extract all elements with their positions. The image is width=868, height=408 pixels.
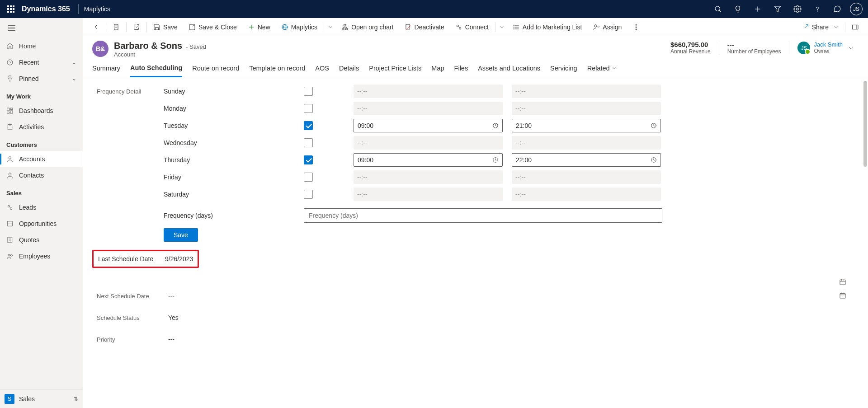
nav-recent[interactable]: Recent⌄ (0, 54, 83, 70)
day-checkbox-fri[interactable] (304, 173, 313, 182)
help-icon[interactable] (807, 0, 827, 18)
contact-icon (6, 172, 14, 179)
nav-employees[interactable]: Employees (0, 248, 83, 264)
connect-button[interactable]: Connect (450, 18, 494, 36)
cmd-label: Maplytics (291, 23, 317, 31)
share-button[interactable]: Share (797, 18, 844, 36)
nav-dashboards[interactable]: Dashboards (0, 103, 83, 119)
day-checkbox-mon[interactable] (304, 104, 313, 113)
start-time-tue[interactable]: 09:00 (354, 119, 503, 132)
nav-home[interactable]: Home (0, 38, 83, 54)
tab-route[interactable]: Route on record (192, 64, 239, 77)
maplytics-button[interactable]: Maplytics (276, 18, 323, 36)
add-to-marketing-button[interactable]: Add to Marketing List (507, 18, 588, 36)
day-checkbox-tue[interactable] (304, 121, 313, 130)
day-checkbox-sat[interactable] (304, 190, 313, 199)
svg-rect-19 (8, 221, 13, 226)
tab-servicing[interactable]: Servicing (550, 64, 577, 77)
calendar-icon[interactable] (839, 278, 846, 287)
dashboard-icon (6, 107, 14, 114)
add-icon[interactable] (748, 0, 768, 18)
end-time-mon: --:-- (512, 102, 661, 115)
svg-rect-36 (342, 28, 344, 29)
app-launcher[interactable] (0, 0, 22, 18)
cmd-label: Share (812, 23, 829, 31)
svg-point-52 (514, 28, 514, 29)
end-time-tue[interactable]: 21:00 (512, 119, 661, 132)
nav-label: Home (19, 42, 36, 50)
tab-assets[interactable]: Assets and Locations (478, 64, 540, 77)
nav-activities[interactable]: Activities (0, 119, 83, 135)
back-icon (92, 23, 99, 31)
svg-point-51 (514, 27, 514, 27)
connect-split[interactable] (496, 18, 507, 36)
side-pane-button[interactable] (846, 18, 864, 36)
area-switcher[interactable]: S Sales ⇅ (0, 389, 83, 408)
settings-icon[interactable] (788, 0, 807, 18)
frequency-label: Frequency (days) (164, 212, 304, 219)
start-time-thu[interactable]: 09:00 (354, 153, 503, 167)
form-save-button[interactable]: Save (164, 228, 198, 242)
svg-rect-37 (346, 28, 348, 29)
day-checkbox-wed[interactable] (304, 138, 313, 147)
search-icon[interactable] (708, 0, 728, 18)
user-avatar[interactable]: JS (850, 3, 863, 15)
record-tabs: Summary Auto Scheduling Route on record … (83, 58, 868, 77)
save-button[interactable]: Save (148, 18, 183, 36)
maplytics-split[interactable] (325, 18, 336, 36)
scrollbar-thumb[interactable] (863, 81, 867, 167)
nav-contacts[interactable]: Contacts (0, 167, 83, 183)
overflow-button[interactable] (627, 18, 645, 36)
updown-icon: ⇅ (74, 396, 78, 402)
assistant-icon[interactable] (827, 0, 847, 18)
tab-template[interactable]: Template on record (249, 64, 305, 77)
tab-auto-scheduling[interactable]: Auto Scheduling (130, 64, 182, 77)
last-schedule-label: Last Schedule Date (98, 255, 165, 263)
end-time-thu[interactable]: 22:00 (512, 153, 661, 167)
frequency-input[interactable] (304, 208, 662, 223)
owner-avatar: JS (797, 42, 810, 54)
nav-toggle[interactable] (0, 18, 83, 38)
brand-label[interactable]: Dynamics 365 (22, 5, 70, 13)
svg-line-46 (458, 26, 459, 28)
open-org-chart-button[interactable]: Open org chart (336, 18, 399, 36)
end-time-fri: --:-- (512, 170, 661, 184)
form-selector[interactable] (107, 18, 125, 36)
tab-related[interactable]: Related (587, 64, 617, 77)
nav-accounts[interactable]: Accounts (0, 151, 83, 167)
nav-section-sales: Sales (0, 183, 83, 199)
nav-pinned[interactable]: Pinned⌄ (0, 70, 83, 87)
calendar-icon[interactable] (839, 292, 846, 300)
tab-map[interactable]: Map (431, 64, 444, 77)
day-row-thu: Thursday09:0022:00 (97, 151, 854, 169)
cmd-label: Assign (603, 23, 622, 31)
tab-files[interactable]: Files (454, 64, 468, 77)
new-button[interactable]: New (242, 18, 276, 36)
nav-leads[interactable]: Leads (0, 199, 83, 216)
tab-aos[interactable]: AOS (315, 64, 329, 77)
deactivate-button[interactable]: Deactivate (399, 18, 450, 36)
svg-point-56 (636, 28, 637, 29)
nav-label: Accounts (19, 155, 45, 163)
app-name[interactable]: Maplytics (84, 5, 110, 13)
tab-summary[interactable]: Summary (92, 64, 120, 77)
assign-button[interactable]: Assign (587, 18, 627, 36)
day-checkbox-sun[interactable] (304, 87, 313, 96)
tab-details[interactable]: Details (339, 64, 359, 77)
lightbulb-icon[interactable] (728, 0, 748, 18)
back-button[interactable] (87, 18, 105, 36)
popout-button[interactable] (127, 18, 146, 36)
nav-quotes[interactable]: Quotes (0, 232, 83, 248)
nav-opportunities[interactable]: Opportunities (0, 216, 83, 232)
filter-icon[interactable] (768, 0, 788, 18)
owner-link[interactable]: Jack Smith (814, 41, 843, 48)
svg-rect-10 (10, 111, 13, 113)
tab-ppl[interactable]: Project Price Lists (369, 64, 421, 77)
header-expand[interactable] (843, 44, 859, 52)
end-time-sun: --:-- (512, 84, 661, 98)
opportunity-icon (6, 220, 14, 227)
day-label: Wednesday (164, 139, 304, 146)
day-checkbox-thu[interactable] (304, 155, 313, 164)
save-close-button[interactable]: Save & Close (183, 18, 242, 36)
day-row-mon: Monday--:----:-- (97, 100, 854, 117)
